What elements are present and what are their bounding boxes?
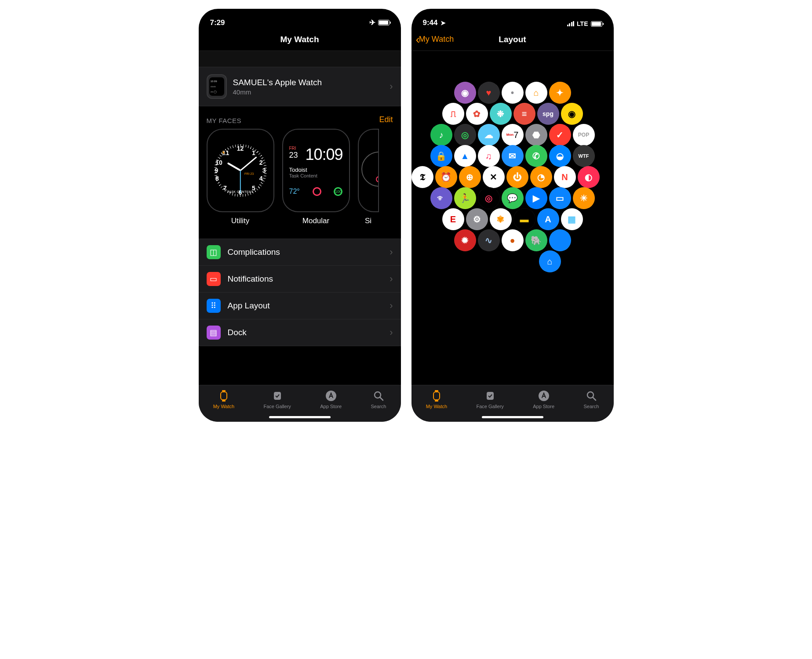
face-utility[interactable]: 12 1 2 3 4 5 6 7 8 9 10 11 bbox=[207, 129, 274, 225]
nav-header: My Watch bbox=[199, 28, 401, 51]
app-layout-row[interactable]: ⠿ App Layout › bbox=[199, 293, 401, 319]
tab-bar: My Watch Face Gallery App Store Search bbox=[411, 385, 614, 422]
app-music[interactable]: ♫ bbox=[478, 145, 500, 167]
svg-line-13 bbox=[593, 397, 596, 400]
app-clock[interactable]: ✕ bbox=[483, 166, 505, 188]
app-mail[interactable]: ✉ bbox=[502, 145, 524, 167]
home-indicator[interactable] bbox=[269, 416, 331, 418]
tab-search[interactable]: Search bbox=[371, 390, 386, 409]
app-nyt[interactable]: 𝕿 bbox=[411, 166, 433, 188]
app-authenticator[interactable]: 🔒 bbox=[430, 145, 452, 167]
app-spotify[interactable]: ♪ bbox=[430, 124, 452, 146]
app-workout[interactable]: ✦ bbox=[549, 82, 571, 104]
app-darksky[interactable]: ☀ bbox=[573, 187, 595, 209]
faces-carousel[interactable]: 12 1 2 3 4 5 6 7 8 9 10 11 bbox=[199, 129, 401, 227]
app-streaks[interactable]: ● bbox=[502, 229, 524, 251]
app-breathe[interactable]: ✿ bbox=[466, 103, 488, 125]
app-weather[interactable]: ☁ bbox=[478, 124, 500, 146]
app-evernote[interactable]: 🐘 bbox=[525, 229, 547, 251]
tab-bar: My Watch Face Gallery App Store Search bbox=[199, 385, 401, 422]
svg-rect-2 bbox=[222, 400, 226, 402]
dock-icon: ▤ bbox=[207, 326, 221, 340]
watch-thumbnail-icon: 10:09▭▭▭ ◯ bbox=[207, 74, 227, 99]
my-watch-tab-icon bbox=[430, 390, 443, 402]
app-blue[interactable] bbox=[549, 229, 571, 251]
watch-size: 40mm bbox=[233, 88, 384, 96]
app-mind[interactable]: ❉ bbox=[490, 103, 512, 125]
app-settings[interactable]: ⚙ bbox=[466, 208, 488, 230]
app-homeapp[interactable]: ⌂ bbox=[539, 250, 561, 272]
app-yelp[interactable]: ✹ bbox=[454, 229, 476, 251]
app-calendar[interactable]: Mon7 bbox=[502, 124, 524, 146]
chevron-right-icon: › bbox=[390, 273, 393, 285]
app-pop[interactable]: POP bbox=[573, 124, 595, 146]
app-messages[interactable]: 💬 bbox=[502, 187, 524, 209]
back-button[interactable]: ‹ My Watch bbox=[416, 33, 454, 46]
battery-icon bbox=[591, 21, 602, 27]
status-bar: 7:29 ✈︎ bbox=[199, 9, 401, 28]
notifications-icon: ▭ bbox=[207, 272, 221, 286]
face-modular[interactable]: FRI23 10:09 Todoist Task Content 72° 100 bbox=[282, 129, 350, 225]
chevron-right-icon: › bbox=[390, 81, 393, 92]
app-shortcuts[interactable]: ▦ bbox=[561, 208, 583, 230]
app-stopwatch[interactable]: ◔ bbox=[530, 166, 552, 188]
app-podcasts[interactable]: ◉ bbox=[454, 82, 476, 104]
app-contacts[interactable]: • bbox=[502, 82, 524, 104]
app-grey[interactable]: ⬣ bbox=[525, 124, 547, 146]
app-alarm[interactable]: ⏰ bbox=[435, 166, 457, 188]
app-things[interactable]: ✓ bbox=[549, 124, 571, 146]
app-news[interactable]: N bbox=[554, 166, 576, 188]
app-stocks[interactable]: ∿ bbox=[478, 229, 500, 251]
tab-app-store[interactable]: App Store bbox=[320, 390, 342, 409]
app-store-tab-icon bbox=[538, 390, 550, 402]
my-faces-label: MY FACES bbox=[207, 117, 242, 124]
tab-app-store[interactable]: App Store bbox=[533, 390, 554, 409]
app-appstore[interactable]: A bbox=[537, 208, 559, 230]
app-findmy[interactable]: ◎ bbox=[454, 124, 476, 146]
app-camera[interactable]: ◉ bbox=[561, 103, 583, 125]
chevron-right-icon: › bbox=[390, 246, 393, 258]
dock-row[interactable]: ▤ Dock › bbox=[199, 319, 401, 346]
tab-face-gallery[interactable]: Face Gallery bbox=[476, 390, 503, 409]
app-pink[interactable]: ◐ bbox=[578, 166, 600, 188]
app-ecg[interactable]: ⎍ bbox=[442, 103, 464, 125]
app-messenger[interactable]: ◒ bbox=[549, 145, 571, 167]
app-hex-grid[interactable]: ◉♥•⌂✦⎍✿❉≡spg◉♪◎☁Mon7⬣✓POP🔒▲♫✉✆◒WTF𝕿⏰⊕✕⏻◔… bbox=[411, 69, 614, 350]
app-wtf[interactable]: WTF bbox=[573, 145, 595, 167]
app-world[interactable]: ⊕ bbox=[459, 166, 481, 188]
chevron-right-icon: › bbox=[390, 300, 393, 311]
app-espn[interactable]: E bbox=[442, 208, 464, 230]
page-title: My Watch bbox=[280, 35, 319, 44]
app-spg[interactable]: spg bbox=[537, 103, 559, 125]
app-photos[interactable]: ✾ bbox=[490, 208, 512, 230]
app-phone[interactable]: ✆ bbox=[525, 145, 547, 167]
paired-watch-row[interactable]: 10:09▭▭▭ ◯ SAMUEL's Apple Watch 40mm › bbox=[199, 67, 401, 106]
app-remote[interactable]: ᯤ bbox=[430, 187, 452, 209]
tab-face-gallery[interactable]: Face Gallery bbox=[263, 390, 291, 409]
tab-my-watch[interactable]: My Watch bbox=[213, 390, 235, 409]
app-todoist[interactable]: ≡ bbox=[513, 103, 535, 125]
carrier-label: LTE bbox=[577, 20, 588, 27]
app-play[interactable]: ▶ bbox=[525, 187, 547, 209]
app-maps-arrow[interactable]: ▲ bbox=[454, 145, 476, 167]
notifications-row[interactable]: ▭ Notifications › bbox=[199, 266, 401, 293]
tab-my-watch[interactable]: My Watch bbox=[426, 390, 448, 409]
edit-button[interactable]: Edit bbox=[379, 115, 393, 124]
face-peek[interactable]: Si bbox=[358, 129, 379, 225]
face-gallery-tab-icon bbox=[271, 390, 284, 402]
location-icon: ➤ bbox=[441, 19, 446, 26]
complications-row[interactable]: ◫ Complications › bbox=[199, 239, 401, 266]
app-layout-icon: ⠿ bbox=[207, 299, 221, 313]
complications-icon: ◫ bbox=[207, 245, 221, 259]
app-activity[interactable]: ◎ bbox=[478, 187, 500, 209]
tab-search[interactable]: Search bbox=[583, 390, 599, 409]
app-keynote[interactable]: ▭ bbox=[549, 187, 571, 209]
app-timer[interactable]: ⏻ bbox=[506, 166, 528, 188]
svg-rect-8 bbox=[435, 390, 438, 391]
app-home[interactable]: ⌂ bbox=[525, 82, 547, 104]
app-fitness[interactable]: 🏃 bbox=[454, 187, 476, 209]
search-tab-icon bbox=[372, 390, 385, 402]
app-wallet[interactable]: ▬ bbox=[513, 208, 535, 230]
home-indicator[interactable] bbox=[482, 416, 543, 418]
app-heart[interactable]: ♥ bbox=[478, 82, 500, 104]
